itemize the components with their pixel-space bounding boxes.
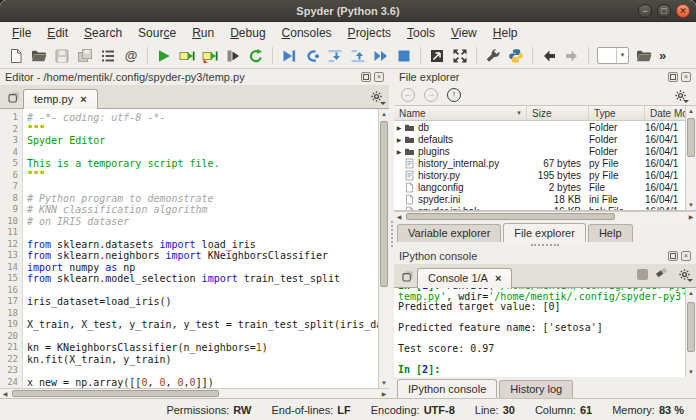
- column-type[interactable]: Type: [589, 106, 645, 120]
- file-row[interactable]: langconfig2 bytesFile16/04/1: [394, 181, 696, 193]
- file-list-vertical-scrollbar[interactable]: ▲ ▼: [685, 106, 696, 210]
- column-size[interactable]: Size: [527, 106, 589, 120]
- scroll-up-icon[interactable]: ▲: [686, 288, 696, 298]
- previous-icon[interactable]: ←: [401, 88, 415, 102]
- run-cell-advance-icon[interactable]: [199, 45, 221, 67]
- working-dir-combo-icon[interactable]: ▼: [597, 47, 629, 64]
- panel-tab-help[interactable]: Help: [588, 224, 633, 242]
- scroll-up-icon[interactable]: ▲: [379, 109, 390, 119]
- step-return-icon[interactable]: [347, 45, 369, 67]
- debug-icon[interactable]: [278, 45, 300, 67]
- file-row[interactable]: history.py195 bytespy File16/04/1: [394, 169, 696, 181]
- browse-tabs-icon[interactable]: [397, 266, 417, 286]
- run-cell-icon[interactable]: [176, 45, 198, 67]
- menu-consoles[interactable]: Consoles: [274, 24, 340, 42]
- interrupt-kernel-icon[interactable]: [637, 269, 648, 280]
- code-editor[interactable]: 1# -*- coding: utf-8 -*-2"""3Spyder Edit…: [0, 109, 378, 388]
- file-explorer-options-gear-icon[interactable]: [671, 87, 689, 103]
- file-list-horizontal-scrollbar[interactable]: ◀ ▶: [394, 211, 696, 221]
- find-symbols-icon[interactable]: @: [120, 45, 142, 67]
- file-row[interactable]: spyder.ini18 KBini File16/04/1: [394, 193, 696, 205]
- scroll-right-icon[interactable]: ▶: [379, 389, 389, 399]
- scroll-thumb[interactable]: [380, 121, 388, 287]
- menu-run[interactable]: Run: [184, 24, 222, 42]
- undock-icon[interactable]: [668, 251, 678, 261]
- scroll-down-icon[interactable]: ▼: [379, 378, 390, 388]
- minimize-icon[interactable]: −: [638, 4, 652, 18]
- open-file-icon[interactable]: [28, 45, 50, 67]
- undock-icon[interactable]: [668, 72, 678, 82]
- close-icon[interactable]: ✕: [676, 4, 690, 18]
- scroll-thumb[interactable]: [687, 118, 695, 157]
- menu-tools[interactable]: Tools: [399, 24, 443, 42]
- menu-view[interactable]: View: [443, 24, 485, 42]
- menu-search[interactable]: Search: [76, 24, 130, 42]
- file-row[interactable]: ▶pluginsFolder16/04/1: [394, 145, 696, 157]
- continue-icon[interactable]: [370, 45, 392, 67]
- step-over-icon[interactable]: [301, 45, 323, 67]
- clear-console-eraser-icon[interactable]: [655, 265, 668, 283]
- title-bar[interactable]: Spyder (Python 3.6) − □ ✕: [0, 0, 696, 22]
- editor-horizontal-scrollbar[interactable]: ◀ ▶: [0, 388, 389, 398]
- scroll-left-icon[interactable]: ◀: [0, 389, 10, 399]
- preferences-icon[interactable]: [482, 45, 504, 67]
- open-dir-icon[interactable]: [633, 45, 655, 67]
- expand-arrow-icon[interactable]: ▶: [394, 148, 404, 155]
- menu-file[interactable]: File: [4, 24, 39, 42]
- editor-options-gear-icon[interactable]: [366, 87, 386, 105]
- tab-close-icon[interactable]: ×: [495, 274, 501, 283]
- menu-help[interactable]: Help: [485, 24, 526, 42]
- scroll-thumb[interactable]: [12, 390, 219, 397]
- menu-source[interactable]: Source: [130, 24, 184, 42]
- tab-close-icon[interactable]: ×: [80, 95, 86, 104]
- scroll-down-icon[interactable]: ▼: [686, 200, 696, 210]
- expand-arrow-icon[interactable]: ▶: [394, 124, 404, 131]
- scroll-right-icon[interactable]: ▶: [686, 212, 696, 222]
- undock-icon[interactable]: [361, 72, 371, 82]
- python-path-icon[interactable]: [505, 45, 527, 67]
- panel-tab-variable-explorer[interactable]: Variable explorer: [397, 224, 501, 242]
- stop-debug-icon[interactable]: [393, 45, 415, 67]
- save-all-icon[interactable]: [74, 45, 96, 67]
- file-row[interactable]: spyder.ini.bak16 KBbak File16/04/1: [394, 205, 696, 211]
- console-vertical-scrollbar[interactable]: ▲ ▼: [685, 288, 696, 377]
- column-date-modified[interactable]: Date Mo: [645, 106, 685, 120]
- scroll-down-icon[interactable]: ▼: [686, 367, 696, 377]
- console-tab-ipython-console[interactable]: IPython console: [397, 379, 497, 398]
- scroll-thumb[interactable]: [687, 302, 695, 352]
- maximize-icon[interactable]: □: [657, 4, 671, 18]
- run-selection-icon[interactable]: [222, 45, 244, 67]
- forward-icon[interactable]: [561, 45, 583, 67]
- console-tab-history-log[interactable]: History log: [499, 380, 573, 398]
- file-row[interactable]: history_internal.py67 bytespy File16/04/…: [394, 157, 696, 169]
- menu-edit[interactable]: Edit: [39, 24, 76, 42]
- overflow-icon[interactable]: »: [656, 48, 669, 63]
- step-into-icon[interactable]: [324, 45, 346, 67]
- scroll-thumb[interactable]: [406, 213, 615, 220]
- browse-tabs-icon[interactable]: [3, 87, 23, 107]
- parent-directory-icon[interactable]: ↑: [447, 88, 461, 102]
- close-pane-icon[interactable]: ×: [374, 72, 384, 82]
- expand-arrow-icon[interactable]: ▶: [394, 136, 404, 143]
- console-output[interactable]: In [1]: runfile('/home/mentik/.config/sp…: [394, 288, 685, 377]
- maximize-pane-icon[interactable]: [426, 45, 448, 67]
- panel-tab-file-explorer[interactable]: File explorer: [503, 223, 586, 242]
- file-row[interactable]: ▶defaultsFolder16/04/1: [394, 133, 696, 145]
- fullscreen-icon[interactable]: [449, 45, 471, 67]
- close-pane-icon[interactable]: ×: [681, 72, 691, 82]
- scroll-left-icon[interactable]: ◀: [394, 212, 404, 222]
- file-table-header[interactable]: Name▼ Size Type Date Mo: [394, 106, 696, 121]
- rerun-cell-icon[interactable]: [245, 45, 267, 67]
- console-options-gear-icon[interactable]: [675, 266, 693, 282]
- run-icon[interactable]: [153, 45, 175, 67]
- tab-temp-py[interactable]: temp.py ×: [23, 89, 98, 109]
- new-file-icon[interactable]: [5, 45, 27, 67]
- menu-debug[interactable]: Debug: [222, 24, 273, 42]
- tab-console-1a[interactable]: Console 1/A ×: [417, 268, 512, 288]
- editor-vertical-scrollbar[interactable]: ▲ ▼: [378, 109, 389, 388]
- file-row[interactable]: ▶dbFolder16/04/1: [394, 121, 696, 133]
- next-icon[interactable]: →: [424, 88, 438, 102]
- file-switcher-icon[interactable]: [97, 45, 119, 67]
- back-icon[interactable]: [538, 45, 560, 67]
- scroll-up-icon[interactable]: ▲: [686, 106, 696, 116]
